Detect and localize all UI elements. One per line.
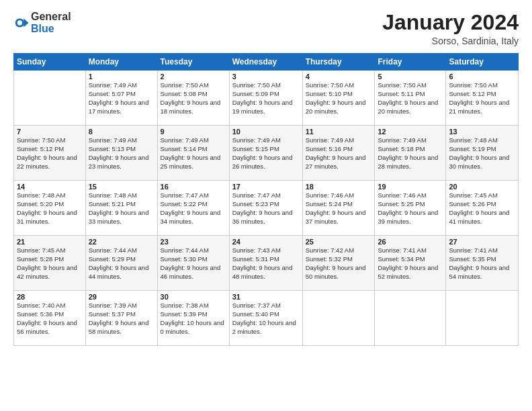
day-number: 30	[161, 293, 226, 301]
weekday-header-friday: Friday	[375, 54, 446, 71]
day-info: Sunrise: 7:43 AMSunset: 5:31 PMDaylight:…	[232, 246, 300, 281]
day-number: 14	[17, 183, 83, 191]
calendar-cell: 12Sunrise: 7:49 AMSunset: 5:18 PMDayligh…	[375, 126, 446, 181]
day-number: 13	[449, 128, 515, 136]
weekday-header-thursday: Thursday	[302, 54, 375, 71]
svg-marker-1	[24, 18, 28, 27]
calendar-cell: 10Sunrise: 7:49 AMSunset: 5:15 PMDayligh…	[229, 126, 302, 181]
calendar-cell: 13Sunrise: 7:48 AMSunset: 5:19 PMDayligh…	[446, 126, 519, 181]
weekday-header-row: SundayMondayTuesdayWednesdayThursdayFrid…	[14, 54, 519, 71]
day-info: Sunrise: 7:49 AMSunset: 5:07 PMDaylight:…	[89, 81, 154, 116]
calendar-cell: 22Sunrise: 7:44 AMSunset: 5:29 PMDayligh…	[85, 236, 157, 291]
day-number: 9	[161, 128, 226, 136]
day-number: 26	[378, 238, 443, 246]
day-info: Sunrise: 7:50 AMSunset: 5:12 PMDaylight:…	[17, 136, 83, 171]
calendar-cell: 23Sunrise: 7:44 AMSunset: 5:30 PMDayligh…	[157, 236, 229, 291]
calendar-cell: 31Sunrise: 7:37 AMSunset: 5:40 PMDayligh…	[229, 291, 302, 346]
day-info: Sunrise: 7:50 AMSunset: 5:10 PMDaylight:…	[306, 81, 372, 116]
calendar-cell: 6Sunrise: 7:50 AMSunset: 5:12 PMDaylight…	[446, 71, 519, 126]
day-info: Sunrise: 7:47 AMSunset: 5:22 PMDaylight:…	[161, 191, 226, 226]
day-number: 11	[306, 128, 372, 136]
logo-general: General	[31, 11, 71, 22]
day-number: 25	[306, 238, 372, 246]
day-info: Sunrise: 7:44 AMSunset: 5:30 PMDaylight:…	[161, 246, 226, 281]
location: Sorso, Sardinia, Italy	[382, 36, 519, 46]
calendar-table: SundayMondayTuesdayWednesdayThursdayFrid…	[13, 53, 519, 346]
day-info: Sunrise: 7:48 AMSunset: 5:21 PMDaylight:…	[89, 191, 154, 226]
day-info: Sunrise: 7:39 AMSunset: 5:37 PMDaylight:…	[89, 302, 154, 336]
day-info: Sunrise: 7:45 AMSunset: 5:26 PMDaylight:…	[449, 191, 515, 226]
calendar-cell: 11Sunrise: 7:49 AMSunset: 5:16 PMDayligh…	[302, 126, 375, 181]
day-number: 17	[232, 183, 300, 191]
header: General Blue January 2024 Sorso, Sardini…	[13, 11, 519, 46]
weekday-header-tuesday: Tuesday	[157, 54, 229, 71]
month-title: January 2024	[382, 11, 519, 34]
day-info: Sunrise: 7:49 AMSunset: 5:18 PMDaylight:…	[378, 136, 443, 171]
weekday-header-saturday: Saturday	[446, 54, 519, 71]
day-number: 15	[89, 183, 154, 191]
logo-text: General Blue	[31, 11, 71, 34]
calendar-cell: 14Sunrise: 7:48 AMSunset: 5:20 PMDayligh…	[14, 181, 86, 236]
calendar-cell: 28Sunrise: 7:40 AMSunset: 5:36 PMDayligh…	[14, 291, 86, 346]
day-info: Sunrise: 7:50 AMSunset: 5:09 PMDaylight:…	[232, 81, 300, 116]
day-number: 22	[89, 238, 154, 246]
calendar-cell: 16Sunrise: 7:47 AMSunset: 5:22 PMDayligh…	[157, 181, 229, 236]
day-number: 20	[449, 183, 515, 191]
day-number: 6	[449, 73, 515, 81]
calendar-cell: 24Sunrise: 7:43 AMSunset: 5:31 PMDayligh…	[229, 236, 302, 291]
day-number: 23	[161, 238, 226, 246]
day-number: 16	[161, 183, 226, 191]
calendar-week-5: 28Sunrise: 7:40 AMSunset: 5:36 PMDayligh…	[14, 291, 519, 346]
calendar-cell: 20Sunrise: 7:45 AMSunset: 5:26 PMDayligh…	[446, 181, 519, 236]
calendar-cell	[14, 71, 86, 126]
calendar-cell: 1Sunrise: 7:49 AMSunset: 5:07 PMDaylight…	[85, 71, 157, 126]
day-info: Sunrise: 7:49 AMSunset: 5:15 PMDaylight:…	[232, 136, 300, 171]
calendar-cell	[446, 291, 519, 346]
weekday-header-sunday: Sunday	[14, 54, 86, 71]
calendar-cell: 29Sunrise: 7:39 AMSunset: 5:37 PMDayligh…	[85, 291, 157, 346]
calendar-cell: 3Sunrise: 7:50 AMSunset: 5:09 PMDaylight…	[229, 71, 302, 126]
weekday-header-monday: Monday	[85, 54, 157, 71]
calendar-cell: 26Sunrise: 7:41 AMSunset: 5:34 PMDayligh…	[375, 236, 446, 291]
day-number: 3	[232, 73, 300, 81]
logo: General Blue	[13, 11, 71, 34]
day-info: Sunrise: 7:49 AMSunset: 5:16 PMDaylight:…	[306, 136, 372, 171]
day-number: 21	[17, 238, 83, 246]
day-number: 18	[306, 183, 372, 191]
day-info: Sunrise: 7:40 AMSunset: 5:36 PMDaylight:…	[17, 302, 83, 336]
svg-point-2	[17, 20, 22, 25]
day-number: 28	[17, 293, 83, 301]
day-info: Sunrise: 7:46 AMSunset: 5:25 PMDaylight:…	[378, 191, 443, 226]
day-info: Sunrise: 7:41 AMSunset: 5:34 PMDaylight:…	[378, 246, 443, 281]
day-info: Sunrise: 7:45 AMSunset: 5:28 PMDaylight:…	[17, 246, 83, 281]
day-info: Sunrise: 7:49 AMSunset: 5:14 PMDaylight:…	[161, 136, 226, 171]
calendar-cell: 30Sunrise: 7:38 AMSunset: 5:39 PMDayligh…	[157, 291, 229, 346]
calendar-cell: 4Sunrise: 7:50 AMSunset: 5:10 PMDaylight…	[302, 71, 375, 126]
calendar-cell: 21Sunrise: 7:45 AMSunset: 5:28 PMDayligh…	[14, 236, 86, 291]
day-info: Sunrise: 7:50 AMSunset: 5:12 PMDaylight:…	[449, 81, 515, 116]
day-number: 4	[306, 73, 372, 81]
weekday-header-wednesday: Wednesday	[229, 54, 302, 71]
day-number: 10	[232, 128, 300, 136]
calendar-cell: 7Sunrise: 7:50 AMSunset: 5:12 PMDaylight…	[14, 126, 86, 181]
calendar-week-4: 21Sunrise: 7:45 AMSunset: 5:28 PMDayligh…	[14, 236, 519, 291]
day-info: Sunrise: 7:50 AMSunset: 5:11 PMDaylight:…	[378, 81, 443, 116]
calendar-cell	[375, 291, 446, 346]
day-number: 2	[161, 73, 226, 81]
calendar-cell: 5Sunrise: 7:50 AMSunset: 5:11 PMDaylight…	[375, 71, 446, 126]
calendar-week-3: 14Sunrise: 7:48 AMSunset: 5:20 PMDayligh…	[14, 181, 519, 236]
calendar-cell: 17Sunrise: 7:47 AMSunset: 5:23 PMDayligh…	[229, 181, 302, 236]
calendar-cell: 8Sunrise: 7:49 AMSunset: 5:13 PMDaylight…	[85, 126, 157, 181]
calendar-cell: 25Sunrise: 7:42 AMSunset: 5:32 PMDayligh…	[302, 236, 375, 291]
title-block: January 2024 Sorso, Sardinia, Italy	[382, 11, 519, 46]
day-info: Sunrise: 7:38 AMSunset: 5:39 PMDaylight:…	[161, 302, 226, 336]
logo-blue: Blue	[31, 23, 54, 34]
day-info: Sunrise: 7:44 AMSunset: 5:29 PMDaylight:…	[89, 246, 154, 281]
day-info: Sunrise: 7:41 AMSunset: 5:35 PMDaylight:…	[449, 246, 515, 281]
calendar-cell	[302, 291, 375, 346]
calendar-cell: 9Sunrise: 7:49 AMSunset: 5:14 PMDaylight…	[157, 126, 229, 181]
calendar-week-1: 1Sunrise: 7:49 AMSunset: 5:07 PMDaylight…	[14, 71, 519, 126]
calendar-week-2: 7Sunrise: 7:50 AMSunset: 5:12 PMDaylight…	[14, 126, 519, 181]
day-number: 19	[378, 183, 443, 191]
day-info: Sunrise: 7:48 AMSunset: 5:19 PMDaylight:…	[449, 136, 515, 171]
